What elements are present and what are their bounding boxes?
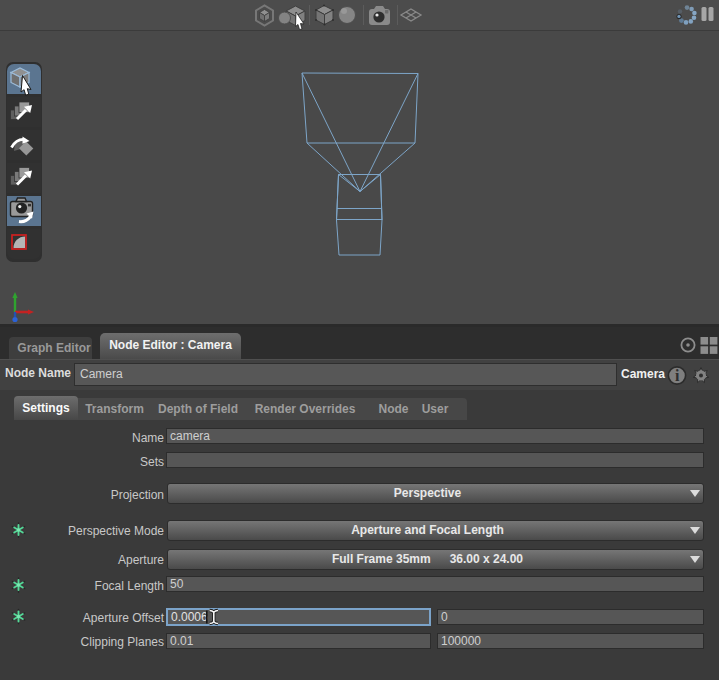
- svg-text:i: i: [675, 367, 680, 384]
